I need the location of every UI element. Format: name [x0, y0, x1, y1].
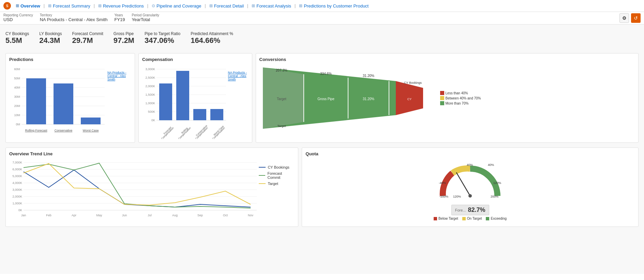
svg-text:0M: 0M — [16, 123, 20, 126]
svg-point-88 — [468, 194, 472, 198]
svg-text:40%: 40% — [488, 163, 494, 167]
forecast-analysis-icon: ⊞ — [252, 3, 255, 8]
nav-revenue-predictions[interactable]: ⊞ Revenue Predictions — [96, 3, 146, 9]
svg-text:-40%: -40% — [439, 181, 446, 185]
svg-text:0K: 0K — [151, 119, 155, 122]
svg-text:Jul: Jul — [148, 214, 152, 217]
svg-text:40%: 40% — [467, 163, 473, 167]
legend-less-40-color — [440, 91, 444, 95]
svg-text:2,500K: 2,500K — [145, 76, 155, 79]
svg-text:20M: 20M — [14, 104, 20, 108]
trend-legend: CY Bookings Forecast Commit Target — [259, 165, 295, 186]
svg-text:Jun: Jun — [122, 214, 127, 217]
svg-text:Rolling Forecast: Rolling Forecast — [25, 129, 47, 132]
main-content: CY Bookings 5.5M LY Bookings 24.3M Forec… — [0, 25, 644, 274]
svg-text:Target: Target — [277, 97, 286, 101]
kpi-cy-bookings: CY Bookings 5.5M — [5, 31, 29, 45]
svg-text:7,000K: 7,000K — [12, 161, 22, 164]
svg-text:334.6%: 334.6% — [320, 72, 332, 76]
nav-overview[interactable]: ⊞ Overview — [14, 3, 42, 9]
svg-rect-14 — [26, 78, 46, 124]
nav-forecast-detail[interactable]: ⊞ Forecast Detail — [207, 3, 246, 9]
svg-text:40M: 40M — [14, 86, 20, 89]
svg-text:500K: 500K — [148, 110, 155, 113]
svg-text:1,500K: 1,500K — [145, 93, 155, 96]
svg-rect-16 — [81, 118, 101, 124]
gauge-legend: Below Target On Target Exceeding — [434, 217, 507, 220]
kpi-row: CY Bookings 5.5M LY Bookings 24.3M Forec… — [5, 28, 639, 48]
forecast-detail-icon: ⊞ — [209, 3, 213, 8]
settings-button[interactable]: ⚙ — [619, 13, 629, 23]
logo-icon: S — [3, 2, 11, 10]
quota-gauge: -200% -40% 40% 40% 120% 200% 120% Fore..… — [305, 158, 635, 220]
app-logo: S — [3, 2, 11, 10]
svg-text:30M: 30M — [14, 95, 20, 98]
svg-text:3,000K: 3,000K — [145, 67, 155, 71]
svg-text:May: May — [96, 214, 102, 217]
svg-text:CY Bookings: CY Bookings — [404, 81, 422, 84]
legend-more-70-color — [440, 101, 444, 105]
quota-chart-panel: Quota — [302, 147, 639, 227]
on-target-legend — [462, 217, 466, 220]
svg-text:2,000K: 2,000K — [145, 84, 155, 88]
svg-text:Sep: Sep — [197, 214, 203, 217]
svg-rect-15 — [54, 83, 73, 124]
nav-predictions-customer[interactable]: ⊞ Predictions by Customer Product — [297, 3, 371, 9]
svg-text:Nov: Nov — [248, 214, 254, 217]
svg-text:4,000K: 4,000K — [12, 181, 22, 185]
refresh-button[interactable]: ↺ — [631, 13, 641, 23]
svg-text:50M: 50M — [14, 77, 20, 80]
compensation-bar-chart: 3,000K 2,500K 2,000K 1,500K 1,000K 500K … — [142, 64, 226, 139]
svg-text:2,000K: 2,000K — [12, 195, 22, 198]
svg-rect-36 — [193, 109, 206, 120]
kpi-pipe-target: Pipe to Target Ratio 347.06% — [145, 31, 180, 45]
svg-text:1,000K: 1,000K — [12, 202, 22, 205]
svg-text:Worst Case: Worst Case — [83, 129, 99, 132]
target-legend-line — [259, 183, 266, 184]
svg-text:10M: 10M — [14, 113, 20, 117]
kpi-forecast-commit: Forecast Commit 29.7M — [72, 31, 103, 45]
svg-text:6,000K: 6,000K — [12, 168, 22, 171]
pipeline-icon: ⊙ — [152, 3, 155, 8]
svg-text:Apr: Apr — [72, 214, 76, 217]
conversions-legend: Less than 40% Between 40% and 70% More t… — [440, 91, 481, 105]
filter-bar: Reporting Currency USD Territory NA Prod… — [0, 12, 644, 25]
exceeding-legend — [486, 217, 489, 220]
svg-text:31.20%: 31.20% — [363, 74, 374, 78]
nav-pipeline-coverage[interactable]: ⊙ Pipeline and Coverage — [150, 3, 204, 9]
conversions-chart-panel: Conversions — [256, 53, 639, 143]
kpi-predicted-attainment: Predicted Attainment % 164.66% — [191, 31, 233, 45]
svg-text:0K: 0K — [18, 208, 22, 212]
svg-text:5,000K: 5,000K — [12, 174, 22, 178]
gauge-svg: -200% -40% 40% 40% 120% 200% 120% — [433, 158, 508, 203]
svg-rect-37 — [210, 109, 223, 120]
nav-forecast-analysis[interactable]: ⊞ Forecast Analysis — [250, 3, 293, 9]
svg-text:Feb: Feb — [46, 214, 51, 217]
predictions-legend[interactable]: NA Products - Central - Alex Smith — [107, 71, 131, 81]
quota-value-box: Fore... 82.7% — [451, 205, 489, 215]
nav-forecast-summary[interactable]: ⊞ Forecast Summary — [46, 3, 92, 9]
period-granularity-filter: Period Granularity YearTotal — [132, 13, 159, 22]
predictions-chart-panel: Predictions 60M 50M 40M 30M 20M 10M 0M — [5, 53, 135, 143]
svg-text:Oct: Oct — [223, 214, 228, 217]
kpi-ly-bookings: LY Bookings 24.3M — [39, 31, 62, 45]
years-filter: Years FY19 — [114, 13, 125, 22]
cy-bookings-legend-line — [259, 167, 266, 168]
svg-text:1,000K: 1,000K — [145, 102, 155, 105]
svg-text:120%: 120% — [453, 195, 461, 198]
predictions-bar-chart: 60M 50M 40M 30M 20M 10M 0M — [9, 64, 105, 139]
top-navigation: S ⊞ Overview | ⊞ Forecast Summary | ⊞ Re… — [0, 0, 644, 12]
svg-text:Target: Target — [277, 124, 286, 128]
compensation-legend[interactable]: NA Products - Central - Alex Smith — [228, 71, 249, 81]
svg-text:207.3%: 207.3% — [276, 68, 287, 72]
svg-text:31.20%: 31.20% — [363, 97, 374, 101]
forecast-summary-icon: ⊞ — [48, 3, 51, 8]
svg-text:Jan: Jan — [21, 214, 26, 217]
charts-row: Predictions 60M 50M 40M 30M 20M 10M 0M — [5, 53, 639, 143]
svg-text:120%: 120% — [493, 181, 501, 185]
legend-between-color — [440, 96, 444, 100]
territory-filter: Territory NA Products - Central - Alex S… — [40, 13, 108, 22]
svg-rect-35 — [176, 71, 189, 120]
predictions-customer-icon: ⊞ — [299, 3, 302, 8]
overview-icon: ⊞ — [16, 3, 19, 8]
